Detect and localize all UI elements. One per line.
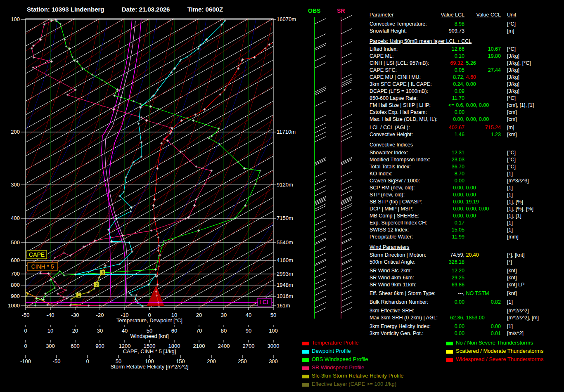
pressure-axis-label: 500 (11, 239, 20, 246)
table-row-value-lcl: 0.09 (386, 88, 464, 94)
sr-wind-barb (341, 197, 352, 203)
table-row-unit: [m] (507, 28, 514, 34)
obs-wind-barb (315, 198, 326, 203)
table-row-value-lcl: 62.36, 1853.00 (386, 315, 485, 321)
pressure-axis-label: 600 (11, 257, 20, 263)
height-label: 4160m (277, 257, 293, 263)
table-row-unit: [J/kg] (507, 88, 519, 94)
sr-wind-barb (341, 259, 352, 264)
axis-tick-label: 10 (38, 328, 63, 334)
legend-label: No / Non Severe Thunderstorms (456, 340, 533, 346)
table-row-value-ccl: 10.67 (464, 46, 501, 52)
table-row-unit: [1] (507, 299, 513, 305)
lcl-label: LCL (259, 299, 270, 305)
table-section-header: Parcels: Using 50mB mean layer LCL + CCL (370, 38, 472, 44)
cape-profile (26, 289, 28, 306)
sr-wind-barb (341, 157, 352, 163)
obs-wind-barb (315, 214, 326, 219)
table-row-value-ccl: 715.24 (464, 125, 501, 130)
sr-wind-barb (341, 302, 352, 307)
table-row-unit: [m/s^2] (507, 331, 524, 336)
table-row-unit: [m] (507, 125, 514, 130)
table-row-value-lcl: 0.00, 0.00, 0.00 (386, 116, 489, 122)
legend-item: Scattered / Moderate Thunderstorms (446, 348, 543, 356)
table-row-value-lcl: 0.00 (386, 299, 464, 305)
table-row-unit: [cm] (507, 116, 517, 122)
legend-swatch (302, 375, 309, 378)
km-marker-label: 3 (102, 271, 104, 275)
obs-wind-barb (315, 272, 326, 278)
table-row-unit: [°C] (507, 95, 516, 101)
axis-tick-label: 300 (38, 343, 63, 349)
pressure-axis-label: 200 (11, 129, 20, 135)
obs-wind-barb (315, 308, 326, 313)
sr-wind-barb (341, 226, 352, 231)
table-row-value-lcl: 0.17 (386, 220, 464, 226)
sr-wind-barb (341, 253, 352, 258)
obs-wind-barb (315, 259, 326, 264)
obs-wind-barb (315, 267, 326, 272)
axis-tick-label: -50 (13, 312, 38, 318)
table-row-value-lcl: 0.00, 0.00 (386, 213, 476, 219)
sr-wind-barb (341, 101, 352, 106)
legend-swatch (302, 383, 309, 387)
obs-wind-barb (315, 115, 326, 120)
table-row-unit: [°C] (507, 21, 516, 27)
obs-wind-barb (315, 191, 326, 196)
height-label: 1948m (277, 282, 293, 288)
app-window: 10016070m20011710m3009120m4007150m500554… (0, 0, 564, 392)
legend-label: Scattered / Moderate Thunderstorms (456, 348, 543, 354)
table-row-unit: [knt] (507, 290, 517, 296)
obs-wind-barb (315, 63, 326, 68)
obs-wind-barb (315, 172, 326, 177)
sr-wind-barb (341, 290, 352, 295)
table-row-value-lcl: 0.00 (386, 324, 464, 329)
sr-wind-barb (341, 279, 352, 284)
table-row-value-lcl: <= 0.6, 0.00, 0.00 (386, 102, 489, 108)
sr-wind-barb (341, 272, 352, 277)
pressure-axis-label: 700 (11, 271, 20, 277)
table-row-value-lcl: 326.18 (386, 259, 464, 265)
sr-wind-barb (341, 179, 352, 184)
legend-swatch (302, 366, 309, 370)
table-section-header: Convective Indices (370, 142, 413, 148)
table-row-unit: [°] (507, 259, 512, 265)
dry-adiabat-curve (0, 19, 8, 307)
table-header-value-ccl: Value CCL (464, 12, 501, 18)
table-row-value-ccl: 27.44 (464, 67, 501, 73)
height-label: 16070m (277, 16, 296, 22)
table-row-value-lcl: 69.32, 5.26 (386, 60, 476, 66)
table-row-value-ccl: 0.01 (464, 331, 501, 336)
sr-wind-barb (341, 60, 352, 65)
legend-swatch (446, 350, 453, 354)
sr-wind-barb (341, 213, 352, 219)
table-row-value-lcl: --- (386, 308, 464, 314)
height-label: 7150m (277, 215, 293, 221)
axis-tick-label: 0 (13, 328, 38, 334)
moist-adiabat-line (0, 19, 24, 307)
parameter-table: ParameterValue LCLValue CCLUnitConvectiv… (370, 12, 564, 346)
sr-wind-barb (341, 220, 352, 225)
sr-wind-barb (341, 158, 352, 164)
obs-wind-barb (315, 159, 326, 164)
table-row-value-lcl: 909.73 (386, 28, 464, 34)
table-row-value-lcl: -23.03 (386, 157, 464, 163)
obs-wind-barb (315, 34, 326, 39)
obs-wind-barb (315, 128, 326, 133)
height-label: 11710m (277, 129, 296, 135)
obs-wind-barb (315, 296, 326, 302)
obs-column-label: OBS (308, 7, 320, 14)
table-row-value-lcl: 8.70 (386, 171, 464, 177)
table-row-unit: [1] (507, 220, 513, 226)
obs-wind-barb (315, 158, 326, 163)
table-row-value-lcl: 1.46 (386, 132, 464, 137)
obs-wind-barb (315, 260, 326, 266)
table-header-value-lcl: Value LCL (423, 12, 464, 18)
obs-wind-barb (315, 290, 326, 295)
obs-wind-barb (315, 19, 326, 24)
table-row-value-lcl: 8.72, 4.60 (386, 74, 476, 80)
legend-swatch (302, 350, 309, 354)
sr-wind-barb (341, 15, 352, 21)
table-row-unit: [m^2/s^2], [m] (507, 315, 539, 321)
km-marker-label: 1 (78, 293, 80, 298)
